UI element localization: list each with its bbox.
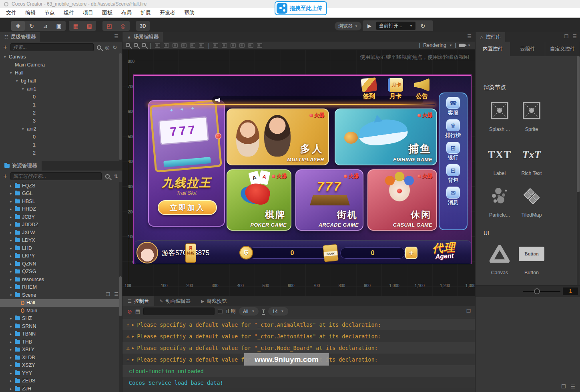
- hierarchy-node[interactable]: 0: [0, 93, 122, 101]
- expand-arrow-icon[interactable]: [10, 348, 15, 352]
- font-size-select[interactable]: 14 ▼: [268, 307, 288, 316]
- messages-button[interactable]: ✉ 消息: [440, 187, 467, 206]
- distribute-h-icon[interactable]: [222, 43, 227, 48]
- expand-log-icon[interactable]: ▶: [132, 346, 134, 350]
- asset-row[interactable]: QZSG: [0, 268, 122, 276]
- zoom-in-icon[interactable]: [126, 43, 130, 48]
- expand-arrow-icon[interactable]: [10, 238, 15, 242]
- refresh-button[interactable]: ↻: [415, 22, 430, 30]
- console-log-row[interactable]: Cocos Service load base data!: [122, 377, 475, 388]
- arcade-tile[interactable]: 火爆 777 街机 ARCADE GAME: [295, 169, 363, 231]
- expand-arrow-icon[interactable]: [16, 79, 21, 83]
- assets-scrollbar[interactable]: [119, 182, 122, 392]
- search-icon[interactable]: [105, 174, 110, 179]
- align-left-icon[interactable]: [155, 43, 160, 48]
- expand-arrow-icon[interactable]: [22, 87, 27, 91]
- panel-menu-icon[interactable]: ☰: [114, 34, 118, 39]
- regex-checkbox[interactable]: [218, 309, 223, 314]
- tab-widget-library[interactable]: △ 控件库: [476, 32, 505, 42]
- privilege-badge[interactable]: 月 特权: [185, 243, 196, 263]
- fishing-tile[interactable]: 火爆 捕鱼 FISHING GAME: [335, 109, 437, 165]
- menu-item[interactable]: 开发者: [155, 9, 180, 16]
- multiplayer-tile[interactable]: 火爆 多人 MULTIPLAYER: [227, 109, 329, 165]
- hierarchy-node[interactable]: ani2: [0, 125, 122, 133]
- align-bottom-icon[interactable]: [199, 43, 204, 48]
- panel-copy-icon[interactable]: ❐: [564, 34, 568, 39]
- hierarchy-node[interactable]: 3: [0, 117, 122, 125]
- assets-search-input[interactable]: [10, 172, 102, 180]
- tab-scene-editor[interactable]: ▲ 场景编辑器: [122, 32, 163, 42]
- zoom-out-icon[interactable]: [134, 43, 138, 48]
- global-gizmo-button[interactable]: ◎: [116, 21, 130, 31]
- distribute-v-icon[interactable]: [248, 43, 253, 48]
- expand-log-icon[interactable]: ▶: [132, 323, 134, 327]
- expand-arrow-icon[interactable]: [10, 293, 15, 297]
- announce-button[interactable]: 公告: [411, 78, 433, 100]
- align-v-center-icon[interactable]: [190, 43, 195, 48]
- hierarchy-node[interactable]: 2: [0, 109, 122, 117]
- asset-row[interactable]: LKPY: [0, 252, 122, 260]
- console-log-row[interactable]: cloud-function unloaded: [122, 365, 475, 377]
- tab-hierarchy[interactable]: ☷ 层级管理器: [0, 32, 40, 42]
- menu-item[interactable]: 组件: [59, 9, 78, 16]
- console-log-row[interactable]: ⚠ ▶ Please specifiy a default value for …: [122, 319, 475, 330]
- widget-sprite[interactable]: Sprite: [512, 101, 551, 132]
- panel-menu-icon[interactable]: ☰: [572, 34, 577, 39]
- hierarchy-node[interactable]: Canvas: [0, 53, 122, 61]
- expand-arrow-icon[interactable]: [4, 55, 9, 59]
- add-node-button[interactable]: +: [0, 44, 10, 51]
- clear-console-button[interactable]: ⊘: [127, 308, 132, 315]
- poker-tile[interactable]: 火爆 A A 棋牌 POKER GAME: [227, 169, 291, 231]
- month-card-button[interactable]: 月卡 月卡: [384, 78, 407, 100]
- hierarchy-scrollbar[interactable]: [119, 53, 122, 161]
- signin-button[interactable]: 签到: [358, 78, 380, 100]
- zoom-slider-knob[interactable]: [534, 288, 540, 294]
- expand-arrow-icon[interactable]: [22, 127, 27, 131]
- expand-arrow-icon[interactable]: [10, 262, 15, 266]
- tab-custom-widgets[interactable]: 自定义控件: [545, 42, 580, 56]
- upload-button[interactable]: 拖拽至此上传: [275, 1, 327, 15]
- scale-tool-button[interactable]: ⊿: [38, 21, 52, 31]
- widget-scrollbar[interactable]: [577, 56, 580, 285]
- move-tool-button[interactable]: ✚: [11, 21, 25, 31]
- scene-viewport[interactable]: 使用鼠标右键平移视窗焦点，使用滚轮缩放视图 800700600500400300…: [122, 50, 475, 296]
- camera-icon[interactable]: [459, 44, 465, 47]
- asset-row[interactable]: LHD: [0, 244, 122, 252]
- hierarchy-node[interactable]: 2: [0, 149, 122, 157]
- align-top-icon[interactable]: [181, 43, 187, 48]
- tab-cloud-widgets[interactable]: 云组件: [510, 42, 545, 56]
- expand-arrow-icon[interactable]: [10, 231, 15, 235]
- refresh-tree-icon[interactable]: ↻: [112, 44, 117, 50]
- widget-button[interactable]: Button Button: [512, 244, 551, 275]
- console-log-row[interactable]: ⚠ ▶ Please specifiy a default value for …: [122, 330, 475, 342]
- menu-item[interactable]: 扩展: [136, 9, 155, 16]
- distribute-top-icon[interactable]: [239, 43, 245, 48]
- asset-row[interactable]: HHDZ: [0, 205, 122, 213]
- panel-copy-icon[interactable]: ❐: [561, 384, 566, 390]
- leaderboard-button[interactable]: ♛ 排行榜: [440, 119, 467, 139]
- hierarchy-node[interactable]: 1: [0, 141, 122, 149]
- expand-arrow-icon[interactable]: [10, 246, 15, 250]
- distribute-bottom-icon[interactable]: [257, 43, 262, 48]
- menu-item[interactable]: 文件: [2, 9, 21, 16]
- expand-arrow-icon[interactable]: [10, 340, 15, 344]
- hierarchy-node[interactable]: 1: [0, 101, 122, 109]
- expand-arrow-icon[interactable]: [10, 316, 15, 320]
- play-button[interactable]: ▶: [363, 23, 376, 29]
- expand-arrow-icon[interactable]: [10, 207, 15, 211]
- align-right-icon[interactable]: [173, 43, 178, 48]
- expand-arrow-icon[interactable]: [10, 332, 15, 336]
- asset-row[interactable]: RHEM: [0, 283, 122, 291]
- asset-row[interactable]: JXLW: [0, 229, 122, 237]
- expand-arrow-icon[interactable]: [10, 269, 15, 273]
- asset-row[interactable]: TBNN: [0, 330, 122, 338]
- panel-menu-icon[interactable]: ☰: [570, 384, 575, 390]
- expand-arrow-icon[interactable]: [10, 184, 15, 188]
- asset-row[interactable]: Main: [0, 307, 122, 315]
- add-coins-button[interactable]: +: [405, 247, 417, 259]
- rotate-tool-button[interactable]: ↻: [25, 21, 38, 31]
- agent-badge[interactable]: 代理 Agent: [419, 239, 470, 264]
- expand-arrow-icon[interactable]: [10, 387, 15, 391]
- customer-service-button[interactable]: ☎ 客服: [440, 97, 467, 117]
- log-level-select[interactable]: All ▼: [239, 307, 259, 316]
